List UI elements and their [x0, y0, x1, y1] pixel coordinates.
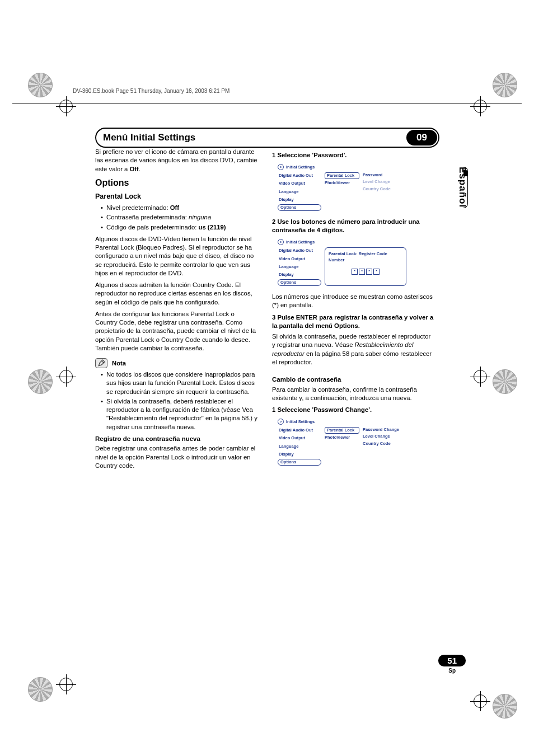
- step-2: 2 Use los botones de número para introdu…: [272, 218, 434, 235]
- osd-menu-item: Video Output: [278, 180, 321, 187]
- page-number-block: 51 Sp: [438, 655, 466, 674]
- osd-menu-item: Digital Audio Out: [278, 247, 321, 254]
- osd-menu-item: Digital Audio Out: [278, 427, 321, 434]
- text-bold: us (2119): [199, 224, 226, 231]
- chapter-header: Menú Initial Settings 09: [95, 128, 439, 148]
- step-1-change: 1 Seleccione 'Password Change'.: [272, 406, 434, 414]
- osd-menu-item: Digital Audio Out: [278, 172, 321, 179]
- register-password-heading: Registro de una contraseña nueva: [95, 435, 257, 444]
- asterisk-note: Los números que introduce se muestran co…: [272, 293, 434, 310]
- registration-mark: [28, 677, 53, 702]
- parental-para-2: Algunos discos admiten la función Countr…: [95, 281, 257, 307]
- registration-mark: [28, 369, 53, 394]
- osd-menu-item-selected: Parental Lock: [325, 172, 359, 179]
- registration-mark: [493, 369, 517, 394]
- code-digit: *: [352, 269, 358, 275]
- note-header: Nota: [95, 358, 257, 368]
- text: Si prefiere no ver el icono de cámara en…: [95, 148, 257, 172]
- text: Nivel predeterminado:: [106, 204, 170, 211]
- osd-screenshot-password: Initial Settings Digital Audio Out Video…: [278, 164, 406, 211]
- chapter-title: Menú Initial Settings: [97, 130, 406, 145]
- osd-menu-item: Display: [278, 451, 321, 458]
- osd-menu-item-selected: Options: [278, 279, 321, 286]
- crop-mark: [56, 367, 76, 387]
- code-digit: *: [359, 269, 365, 275]
- osd-code-digits: * * * *: [329, 269, 402, 275]
- crop-mark: [470, 367, 490, 387]
- text-italic: ninguna: [189, 214, 211, 220]
- osd-right-menu: Password Change Level Change Country Cod…: [363, 427, 406, 466]
- osd-menu-item-dim: Level Change: [363, 179, 406, 185]
- crop-mark: [470, 691, 490, 711]
- osd-right-menu: Password Level Change Country Code: [363, 172, 406, 211]
- code-digit: *: [366, 269, 372, 275]
- parental-lock-heading: Parental Lock: [95, 192, 257, 201]
- page-lang-code: Sp: [438, 668, 466, 674]
- osd-box-title: Parental Lock: Register Code Number: [329, 251, 402, 262]
- osd-menu-item: Video Output: [278, 256, 321, 262]
- text: Código de país predeterminado:: [106, 224, 199, 231]
- note-list: No todos los discos que considere inapro…: [101, 370, 257, 431]
- osd-menu-item: Display: [278, 196, 321, 203]
- step-3: 3 Pulse ENTER para registrar la contrase…: [272, 313, 434, 331]
- osd-menu-item-selected: Options: [278, 459, 321, 466]
- osd-menu-item: Password Change: [363, 427, 406, 433]
- note-icon: [95, 358, 107, 368]
- osd-menu-item-selected: Parental Lock: [325, 427, 359, 434]
- registration-mark: [28, 73, 53, 97]
- register-password-para: Debe registrar una contraseña antes de p…: [95, 444, 257, 470]
- crop-mark: [56, 96, 76, 116]
- options-heading: Options: [95, 177, 257, 189]
- osd-mid-menu: Parental Lock PhotoViewer: [325, 172, 359, 211]
- osd-code-box: Parental Lock: Register Code Number * * …: [325, 247, 406, 286]
- angle-intro: Si prefiere no ver el icono de cámara en…: [95, 148, 257, 173]
- running-header: DV-360.ES.book Page 51 Thursday, January…: [73, 88, 461, 94]
- osd-menu-item: Password: [363, 172, 406, 178]
- parental-para-1: Algunos discos de DVD-Vídeo tienen la fu…: [95, 235, 257, 278]
- osd-menu-item: PhotoViewer: [325, 435, 359, 440]
- osd-menu-item-selected: Options: [278, 204, 321, 211]
- left-column: Si prefiere no ver el icono de cámara en…: [95, 148, 257, 473]
- text-bold: Off: [130, 166, 139, 172]
- text-bold: Off: [170, 204, 179, 211]
- page-number: 51: [438, 655, 466, 666]
- osd-title-text: Initial Settings: [286, 240, 315, 245]
- osd-menu-item: Level Change: [363, 434, 406, 439]
- list-item: Contraseña predeterminada: ninguna: [101, 213, 257, 222]
- osd-menu-item: Language: [278, 443, 321, 450]
- osd-screenshot-password-change: Initial Settings Digital Audio Out Video…: [278, 419, 406, 466]
- step-1: 1 Seleccione 'Password'.: [272, 151, 434, 159]
- defaults-list: Nivel predeterminado: Off Contraseña pre…: [101, 204, 257, 232]
- note-label: Nota: [112, 359, 126, 368]
- language-tab: Español: [457, 167, 468, 208]
- chapter-number: 09: [406, 130, 437, 145]
- osd-title-text: Initial Settings: [286, 165, 315, 170]
- disc-icon: [278, 419, 284, 425]
- osd-left-menu: Digital Audio Out Video Output Language …: [278, 247, 321, 286]
- change-password-heading: Cambio de contraseña: [272, 375, 434, 384]
- text: .: [139, 166, 140, 172]
- right-column: 1 Seleccione 'Password'. Initial Setting…: [272, 148, 434, 473]
- registration-mark: [493, 694, 517, 719]
- crop-mark: [56, 674, 76, 694]
- osd-menu-item: Display: [278, 271, 321, 278]
- list-item: Si olvida la contraseña, deberá restable…: [101, 397, 257, 431]
- osd-menu-item-dim: Country Code: [363, 186, 406, 192]
- list-item: Nivel predeterminado: Off: [101, 204, 257, 212]
- parental-para-3: Antes de configurar las funciones Parent…: [95, 310, 257, 353]
- crop-mark: [470, 96, 490, 116]
- osd-mid-menu: Parental Lock PhotoViewer: [325, 427, 359, 466]
- code-digit: *: [373, 269, 380, 275]
- osd-menu-item: Language: [278, 264, 321, 270]
- osd-menu-item: PhotoViewer: [325, 180, 359, 186]
- list-item: Código de país predeterminado: us (2119): [101, 223, 257, 232]
- text: Contraseña predeterminada:: [106, 214, 189, 220]
- osd-menu-item: Language: [278, 189, 321, 195]
- osd-title-text: Initial Settings: [286, 419, 315, 425]
- forgot-password-para: Si olvida la contraseña, puede restablec…: [272, 332, 434, 367]
- list-item: No todos los discos que considere inapro…: [101, 370, 257, 396]
- osd-left-menu: Digital Audio Out Video Output Language …: [278, 172, 321, 211]
- osd-left-menu: Digital Audio Out Video Output Language …: [278, 427, 321, 466]
- osd-screenshot-register-code: Initial Settings Digital Audio Out Video…: [278, 239, 406, 286]
- disc-icon: [278, 164, 284, 170]
